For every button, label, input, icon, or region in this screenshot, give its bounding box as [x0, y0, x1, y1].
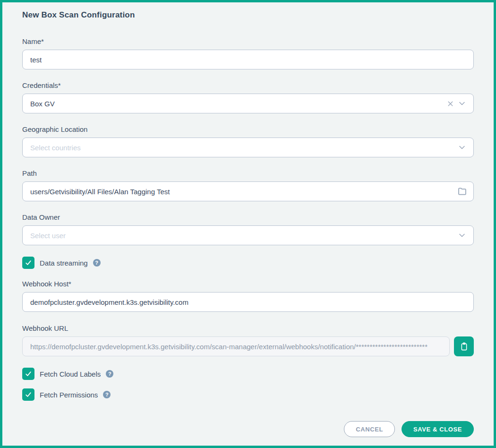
path-label: Path: [22, 169, 474, 177]
geographic-location-select[interactable]: Select countries: [22, 138, 474, 157]
name-input[interactable]: [22, 50, 474, 69]
webhook-host-input[interactable]: [22, 292, 474, 312]
fetch-cloud-labels-label: Fetch Cloud Labels: [40, 370, 101, 378]
credentials-label: Credentials*: [22, 81, 474, 89]
geographic-location-placeholder: Select countries: [30, 144, 458, 152]
data-streaming-row: Data streaming ?: [22, 257, 474, 269]
cancel-button[interactable]: CANCEL: [344, 421, 395, 437]
chevron-down-icon[interactable]: [458, 100, 466, 107]
data-streaming-checkbox[interactable]: [22, 257, 34, 269]
data-streaming-label: Data streaming: [40, 259, 88, 267]
geographic-location-field-group: Geographic Location Select countries: [22, 125, 474, 157]
save-and-close-button[interactable]: SAVE & CLOSE: [402, 421, 474, 437]
name-label: Name*: [22, 37, 474, 45]
name-field-group: Name*: [22, 37, 474, 69]
clear-icon[interactable]: [447, 100, 454, 107]
checkmark-icon: [25, 370, 32, 378]
path-field-group: Path: [22, 169, 474, 201]
fetch-permissions-checkbox[interactable]: [22, 388, 34, 401]
checkmark-icon: [25, 391, 32, 398]
webhook-url-field-group: Webhook URL: [22, 324, 474, 356]
credentials-selected-value: Box GV: [30, 100, 447, 108]
help-icon[interactable]: ?: [103, 391, 111, 398]
data-owner-field-group: Data Owner Select user: [22, 213, 474, 245]
data-owner-select[interactable]: Select user: [22, 225, 474, 245]
data-owner-placeholder: Select user: [30, 232, 458, 240]
credentials-field-group: Credentials* Box GV: [22, 81, 474, 113]
dialog-footer: CANCEL SAVE & CLOSE: [344, 421, 474, 437]
chevron-down-icon[interactable]: [458, 144, 466, 151]
credentials-select[interactable]: Box GV: [22, 94, 474, 113]
path-input[interactable]: [22, 181, 474, 201]
chevron-down-icon[interactable]: [458, 232, 466, 239]
fetch-permissions-row: Fetch Permissions ?: [22, 388, 474, 401]
fetch-cloud-labels-checkbox[interactable]: [22, 368, 34, 380]
page-title: New Box Scan Configuration: [22, 10, 474, 20]
clipboard-icon: [460, 342, 469, 351]
folder-icon[interactable]: [457, 187, 467, 197]
webhook-host-field-group: Webhook Host*: [22, 280, 474, 312]
fetch-permissions-label: Fetch Permissions: [40, 391, 98, 399]
data-owner-label: Data Owner: [22, 213, 474, 221]
webhook-url-input[interactable]: [22, 336, 450, 356]
geographic-location-label: Geographic Location: [22, 125, 474, 133]
copy-webhook-url-button[interactable]: [454, 336, 474, 356]
new-box-scan-configuration-dialog: New Box Scan Configuration Name* Credent…: [0, 0, 496, 448]
webhook-host-label: Webhook Host*: [22, 280, 474, 288]
help-icon[interactable]: ?: [93, 259, 101, 267]
help-icon[interactable]: ?: [106, 370, 113, 378]
fetch-cloud-labels-row: Fetch Cloud Labels ?: [22, 368, 474, 380]
webhook-url-label: Webhook URL: [22, 324, 474, 332]
checkmark-icon: [25, 259, 32, 267]
